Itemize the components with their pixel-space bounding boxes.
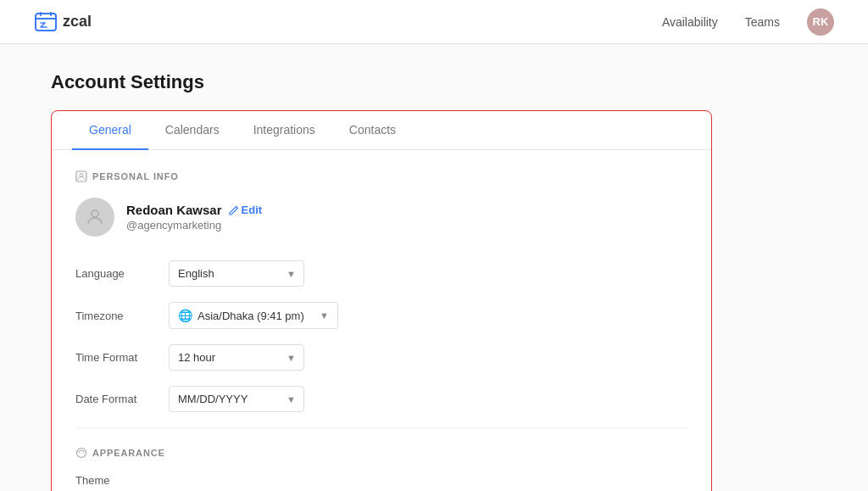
appearance-section: APPEARANCE Theme Text Accent Button xyxy=(75,447,687,491)
tabs-bar: General Calendars Integrations Contacts xyxy=(52,111,711,150)
theme-label: Theme xyxy=(75,474,687,487)
timezone-label: Timezone xyxy=(75,310,169,322)
svg-point-7 xyxy=(77,449,86,458)
edit-profile-link[interactable]: Edit xyxy=(229,204,263,216)
user-name-row: Redoan Kawsar Edit xyxy=(126,203,262,217)
svg-rect-3 xyxy=(50,12,52,16)
tab-calendars[interactable]: Calendars xyxy=(148,111,236,150)
timezone-row: Timezone 🌐 Asia/Dhaka (9:41 pm) ▼ xyxy=(75,302,687,329)
svg-point-5 xyxy=(80,174,83,177)
user-name: Redoan Kawsar xyxy=(126,203,222,217)
svg-rect-0 xyxy=(36,14,56,31)
tab-general[interactable]: General xyxy=(72,111,148,150)
language-control: English Spanish French ▼ xyxy=(169,260,304,287)
page-title: Account Settings xyxy=(51,71,712,93)
personal-info-label: PERSONAL INFO xyxy=(92,171,179,181)
language-row: Language English Spanish French ▼ xyxy=(75,260,687,287)
svg-rect-1 xyxy=(36,18,56,20)
timezone-dropdown-arrow: ▼ xyxy=(320,310,329,321)
personal-info-row: Redoan Kawsar Edit @agencymarketing xyxy=(75,198,687,237)
topnav: zcal Availability Teams RK xyxy=(0,0,868,44)
date-format-select[interactable]: MM/DD/YYYY DD/MM/YYYY YYYY/MM/DD xyxy=(169,386,304,412)
date-format-control: MM/DD/YYYY DD/MM/YYYY YYYY/MM/DD ▼ xyxy=(169,386,304,412)
main-content: Account Settings General Calendars Integ… xyxy=(0,44,763,491)
user-handle: @agencymarketing xyxy=(126,219,262,232)
edit-icon xyxy=(229,205,239,215)
appearance-label: APPEARANCE xyxy=(92,448,165,458)
time-format-control: 12 hour 24 hour ▼ xyxy=(169,344,304,371)
tab-contacts[interactable]: Contacts xyxy=(332,111,413,150)
zcal-logo-icon xyxy=(34,10,58,34)
avatar-person-icon xyxy=(85,207,105,227)
settings-card: General Calendars Integrations Contacts xyxy=(51,110,712,491)
svg-point-6 xyxy=(92,210,98,217)
timezone-control: 🌐 Asia/Dhaka (9:41 pm) ▼ xyxy=(169,302,338,329)
appearance-header: APPEARANCE xyxy=(75,447,687,459)
globe-icon: 🌐 xyxy=(178,309,192,322)
nav-teams[interactable]: Teams xyxy=(745,15,780,29)
settings-body: PERSONAL INFO Redoan Kawsar xyxy=(52,150,711,491)
user-info: Redoan Kawsar Edit @agencymarketing xyxy=(126,203,262,232)
appearance-section-icon xyxy=(75,447,87,459)
timezone-select[interactable]: 🌐 Asia/Dhaka (9:41 pm) ▼ xyxy=(169,302,338,329)
user-avatar-large xyxy=(75,198,114,237)
date-format-row: Date Format MM/DD/YYYY DD/MM/YYYY YYYY/M… xyxy=(75,386,687,412)
svg-rect-2 xyxy=(40,12,42,16)
logo[interactable]: zcal xyxy=(34,10,92,34)
tab-integrations[interactable]: Integrations xyxy=(236,111,332,150)
time-format-label: Time Format xyxy=(75,351,169,364)
timezone-value: Asia/Dhaka (9:41 pm) xyxy=(198,310,304,322)
personal-info-header: PERSONAL INFO xyxy=(75,170,687,182)
language-select[interactable]: English Spanish French xyxy=(169,260,304,287)
person-section-icon xyxy=(75,170,87,182)
language-label: Language xyxy=(75,267,169,280)
time-format-row: Time Format 12 hour 24 hour ▼ xyxy=(75,344,687,371)
logo-text: zcal xyxy=(63,13,92,31)
nav-availability[interactable]: Availability xyxy=(662,15,718,29)
time-format-select[interactable]: 12 hour 24 hour xyxy=(169,344,304,371)
section-divider xyxy=(75,427,687,428)
user-avatar[interactable]: RK xyxy=(807,8,834,36)
topnav-links: Availability Teams RK xyxy=(662,8,834,36)
date-format-label: Date Format xyxy=(75,393,169,405)
